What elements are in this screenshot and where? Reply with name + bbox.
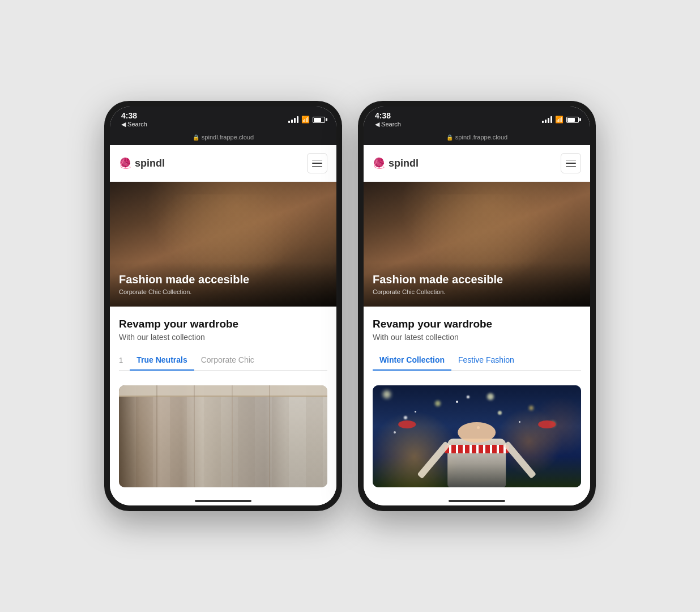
phone-left: 4:38 ◀ Search 📶 <box>104 101 342 511</box>
search-back-left[interactable]: ◀ Search <box>121 121 147 128</box>
tabs-row-right: Winter Collection Festive Fashion <box>373 351 581 371</box>
hero-overlay-right: Fashion made accesible Corporate Chic Co… <box>364 262 590 307</box>
brand-icon-right: 🧶 <box>373 157 385 169</box>
lock-icon-left: 🔒 <box>193 134 199 141</box>
status-left-right: 4:38 ◀ Search <box>375 111 401 128</box>
hamburger-line-3-right <box>566 166 576 167</box>
product-img-section-right <box>364 377 590 495</box>
nav-bar-left: 🧶 spindl <box>110 145 336 182</box>
browser-content-right: 🧶 spindl Fashion <box>364 145 590 495</box>
wardrobe-title-right: Revamp your wardrobe <box>373 318 581 330</box>
url-bar-right: 🔒 spindl.frappe.cloud <box>364 131 590 145</box>
wardrobe-title-left: Revamp your wardrobe <box>119 318 327 330</box>
tabs-row-left: 1 True Neutrals Corporate Chic <box>119 351 327 371</box>
clothing-rack-bg <box>119 385 327 487</box>
page-wrapper: 4:38 ◀ Search 📶 <box>104 101 596 511</box>
hero-title-left: Fashion made accesible <box>119 273 327 286</box>
hamburger-line-1-right <box>566 160 576 161</box>
brand-name-right: spindl <box>389 158 419 169</box>
hamburger-right[interactable] <box>561 153 581 173</box>
lock-icon-right: 🔒 <box>446 134 453 141</box>
phone-right-inner: 4:38 ◀ Search 📶 <box>364 107 590 505</box>
url-text-right: spindl.frappe.cloud <box>455 134 507 141</box>
tab-true-neutrals[interactable]: True Neutrals <box>130 351 194 370</box>
home-indicator-right <box>364 495 590 505</box>
browser-content-left: 🧶 spindl <box>110 145 336 495</box>
hero-banner-right: Fashion made accesible Corporate Chic Co… <box>364 182 590 307</box>
search-back-right[interactable]: ◀ Search <box>375 121 401 128</box>
product-image-right <box>373 385 581 487</box>
hamburger-line-2-left <box>312 163 322 164</box>
product-image-left <box>119 385 327 487</box>
signal-icon-left <box>288 116 298 123</box>
hamburger-line-1-left <box>312 160 322 161</box>
tab-festive-fashion[interactable]: Festive Fashion <box>451 351 521 370</box>
battery-icon-left <box>313 117 325 123</box>
hamburger-line-3-left <box>312 166 322 167</box>
hamburger-line-2-right <box>566 163 576 164</box>
signal-icon-right <box>542 116 552 123</box>
status-bar-right: 4:38 ◀ Search 📶 <box>364 107 590 131</box>
time-left: 4:38 <box>121 111 147 120</box>
status-icons-left: 📶 <box>288 116 325 124</box>
tab-corporate-chic-left[interactable]: Corporate Chic <box>194 351 261 370</box>
brand-logo-right: 🧶 spindl <box>373 157 419 169</box>
tab-winter-collection[interactable]: Winter Collection <box>373 351 451 370</box>
status-left: 4:38 ◀ Search <box>121 111 147 128</box>
home-bar-right <box>449 500 505 502</box>
url-text-left: spindl.frappe.cloud <box>202 134 254 141</box>
hero-subtitle-left: Corporate Chic Collection. <box>119 288 327 295</box>
product-img-section-left <box>110 377 336 495</box>
brand-logo-left: 🧶 spindl <box>119 157 165 169</box>
phone-left-inner: 4:38 ◀ Search 📶 <box>110 107 336 505</box>
hero-title-right: Fashion made accesible <box>373 273 581 286</box>
wardrobe-subtitle-left: With our latest collection <box>119 333 327 342</box>
tab-prev-left[interactable]: 1 <box>119 351 130 370</box>
wardrobe-subtitle-right: With our latest collection <box>373 333 581 342</box>
status-icons-right: 📶 <box>542 116 579 124</box>
winter-scene-bg <box>373 385 581 487</box>
hamburger-left[interactable] <box>307 153 327 173</box>
brand-name-left: spindl <box>135 158 165 169</box>
hero-overlay-left: Fashion made accesible Corporate Chic Co… <box>110 262 336 307</box>
status-bar-left: 4:38 ◀ Search 📶 <box>110 107 336 131</box>
url-bar-left: 🔒 spindl.frappe.cloud <box>110 131 336 145</box>
hero-subtitle-right: Corporate Chic Collection. <box>373 288 581 295</box>
wifi-icon-left: 📶 <box>301 116 310 124</box>
wardrobe-section-left: Revamp your wardrobe With our latest col… <box>110 307 336 377</box>
wardrobe-section-right: Revamp your wardrobe With our latest col… <box>364 307 590 377</box>
time-right: 4:38 <box>375 111 401 120</box>
battery-icon-right <box>566 117 579 123</box>
wifi-icon-right: 📶 <box>555 116 564 124</box>
home-indicator-left <box>110 495 336 505</box>
nav-bar-right: 🧶 spindl <box>364 145 590 182</box>
brand-icon-left: 🧶 <box>119 157 131 169</box>
hero-banner-left: Fashion made accesible Corporate Chic Co… <box>110 182 336 307</box>
phone-right: 4:38 ◀ Search 📶 <box>358 101 596 511</box>
home-bar-left <box>195 500 251 502</box>
